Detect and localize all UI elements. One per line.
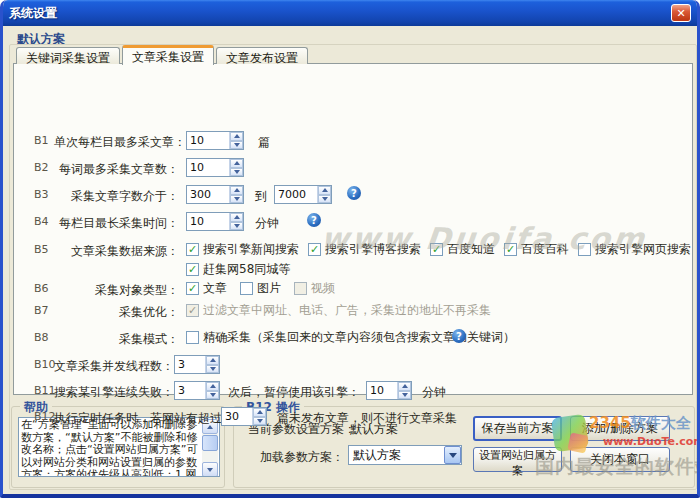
row-label: 每栏目最长采集时间： (54, 215, 179, 232)
spin-down-icon[interactable] (230, 141, 243, 150)
spin-up-icon[interactable] (230, 159, 243, 168)
checkbox-image[interactable]: 图片 (240, 280, 281, 297)
b2-value[interactable]: 10 (187, 159, 229, 176)
b1-spinner[interactable]: 10 (186, 131, 244, 150)
b11-fail-value[interactable]: 3 (175, 382, 205, 399)
article-collect-panel: B1 单次每栏目最多采文章： 10 篇 B2 每词最多采集文章数： 10 B3 … (13, 63, 693, 395)
spin-up-icon[interactable] (398, 382, 411, 391)
checkbox-checked-icon: ✓ (186, 263, 199, 276)
spin-down-icon[interactable] (253, 417, 266, 426)
row-b11: B11 搜索某引擎连续失败： 3 次后，暂停使用该引擎： 10 分钟 (14, 381, 692, 401)
help-scrollbar[interactable] (202, 419, 218, 477)
spin-down-icon[interactable] (230, 195, 243, 204)
spin-up-icon[interactable] (318, 186, 331, 195)
b11-fail-spinner[interactable]: 3 (174, 381, 220, 400)
tab-article-publish[interactable]: 文章发布设置 (216, 47, 308, 64)
b10-value[interactable]: 3 (175, 356, 205, 373)
close-window-button[interactable]: 关闭本窗口 (570, 447, 670, 472)
checkbox-web-search[interactable]: 搜索引擎网页搜索 (578, 241, 691, 258)
checkbox-disabled-icon (294, 282, 307, 295)
spin-down-icon[interactable] (230, 168, 243, 177)
row-id: B3 (34, 188, 49, 201)
row-id: B10 (34, 358, 56, 371)
row-id: B2 (34, 161, 49, 174)
row-id: B6 (34, 282, 49, 295)
row-b8: B8 采集模式： 精确采集（采集回来的文章内容须包含搜索文章的关键词） ? (14, 328, 692, 348)
b2-spinner[interactable]: 10 (186, 158, 244, 177)
checkbox-ganji-58[interactable]: ✓赶集网58同城等 (186, 261, 290, 278)
spin-down-icon[interactable] (318, 195, 331, 204)
row-b5: B5 文章采集数据来源： ✓搜索引擎新闻搜索 ✓搜索引擎博客搜索 ✓百度知道 ✓… (14, 240, 692, 260)
checkbox-unchecked-icon (186, 331, 199, 344)
load-scheme-label: 加载参数方案： (260, 449, 344, 466)
row-label: 采集文章字数介于： (54, 188, 179, 205)
b11-pause-spinner[interactable]: 10 (366, 381, 412, 400)
spin-down-icon[interactable] (398, 391, 411, 400)
spin-down-icon[interactable] (206, 365, 219, 374)
checkbox-disabled-checked-icon: ✓ (186, 304, 199, 317)
help-icon[interactable]: ? (347, 186, 361, 200)
checkbox-checked-icon: ✓ (186, 282, 199, 295)
checkbox-video: 视频 (294, 280, 335, 297)
b3-max-value[interactable]: 7000 (275, 186, 317, 203)
row-b3: B3 采集文章字数介于： 300 到 7000 ? (14, 185, 692, 205)
row-id: B4 (34, 215, 49, 228)
b6-type-options: ✓文章 图片 视频 (186, 280, 335, 297)
set-site-scheme-button[interactable]: 设置网站归属方案 (473, 447, 562, 472)
row-label: 采集对象类型： (54, 282, 179, 299)
tab-article-collect[interactable]: 文章采集设置 (122, 45, 214, 65)
row-label: 文章采集并发线程数： (54, 358, 167, 375)
checkbox-news-search[interactable]: ✓搜索引擎新闻搜索 (186, 241, 299, 258)
b5-source-options-2: ✓赶集网58同城等 (186, 261, 290, 278)
row-label: 采集模式： (54, 331, 179, 348)
spin-up-icon[interactable] (206, 382, 219, 391)
help-icon[interactable]: ? (307, 213, 321, 227)
row-id: B5 (34, 243, 49, 256)
row-b2: B2 每词最多采集文章数： 10 (14, 158, 692, 178)
checkbox-checked-icon: ✓ (308, 243, 321, 256)
b4-spinner[interactable]: 10 (186, 212, 244, 231)
spin-up-icon[interactable] (230, 213, 243, 222)
chevron-down-icon[interactable] (444, 446, 461, 464)
checkbox-baidu-baike[interactable]: ✓百度百科 (504, 241, 569, 258)
spin-up-icon[interactable] (230, 132, 243, 141)
b11-unit: 分钟 (422, 384, 446, 401)
b11-mid-label: 次后，暂停使用该引擎： (228, 384, 360, 401)
b3-min-spinner[interactable]: 300 (186, 185, 244, 204)
tab-keyword-collect[interactable]: 关键词采集设置 (16, 47, 120, 64)
checkbox-unchecked-icon (578, 243, 591, 256)
checkbox-article[interactable]: ✓文章 (186, 280, 227, 297)
spin-up-icon[interactable] (253, 408, 266, 417)
help-text: 在“方案管理”里面可以添加和删除参数方案，“默认方案”不能被删除和修改名称；点击… (21, 419, 199, 477)
checkbox-baidu-zhidao[interactable]: ✓百度知道 (430, 241, 495, 258)
row-b5-line2: ✓赶集网58同城等 (14, 260, 692, 280)
spin-down-icon[interactable] (230, 222, 243, 231)
b12-suffix: 篇未发布文章，则不进行文章采集 (277, 410, 457, 427)
b4-value[interactable]: 10 (187, 213, 229, 230)
load-scheme-select[interactable]: 默认方案 (348, 445, 462, 465)
checkbox-filter-urls: ✓过滤文章中网址、电话、广告，采集过的地址不再采集 (186, 302, 491, 319)
b12-value[interactable]: 30 (222, 408, 252, 425)
spin-up-icon[interactable] (230, 186, 243, 195)
b7-optimize-option: ✓过滤文章中网址、电话、广告，采集过的地址不再采集 (186, 302, 491, 319)
help-icon[interactable]: ? (452, 329, 466, 343)
checkbox-checked-icon: ✓ (504, 243, 517, 256)
checkbox-blog-search[interactable]: ✓搜索引擎博客搜索 (308, 241, 421, 258)
scroll-down-icon[interactable] (202, 462, 218, 477)
spin-down-icon[interactable] (206, 391, 219, 400)
row-id: B12 (34, 410, 56, 423)
b12-spinner[interactable]: 30 (221, 407, 267, 426)
spin-up-icon[interactable] (206, 356, 219, 365)
scroll-thumb[interactable] (202, 435, 218, 451)
row-label: 单次每栏目最多采文章： (54, 134, 179, 151)
titlebar[interactable]: 系统设置 ✕ (3, 0, 697, 26)
system-settings-dialog: 系统设置 ✕ 默认方案 关键词采集设置 文章采集设置 文章发布设置 B1 单次每… (0, 0, 700, 498)
b10-spinner[interactable]: 3 (174, 355, 220, 374)
b11-pause-value[interactable]: 10 (367, 382, 397, 399)
b3-max-spinner[interactable]: 7000 (274, 185, 332, 204)
row-b7: B7 采集优化： ✓过滤文章中网址、电话、广告，采集过的地址不再采集 (14, 301, 692, 321)
b3-min-value[interactable]: 300 (187, 186, 229, 203)
b1-value[interactable]: 10 (187, 132, 229, 149)
row-b4: B4 每栏目最长采集时间： 10 分钟 ? (14, 212, 692, 232)
close-icon[interactable]: ✕ (671, 4, 691, 22)
